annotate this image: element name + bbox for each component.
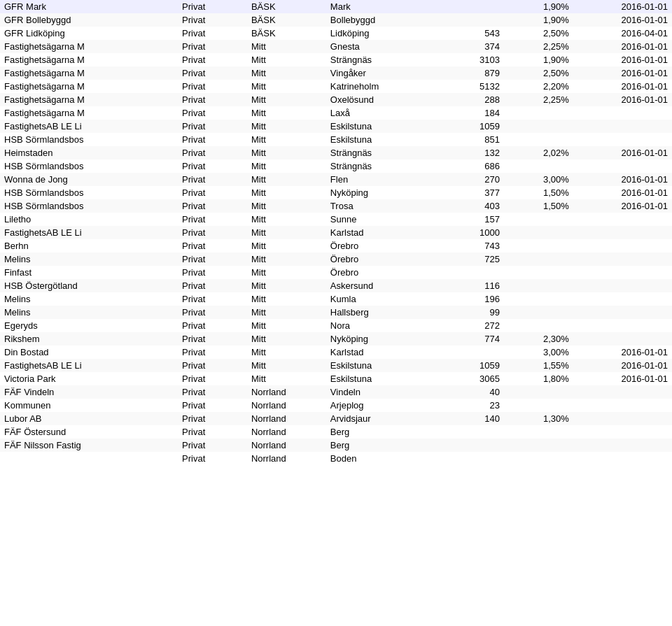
data-table: GFR MarkPrivatBÄSKMark1,90%2016-01-01GFR… [0, 0, 672, 465]
table-row: Wonna de JongPrivatMittFlen2703,00%2016-… [0, 173, 672, 186]
table-row: MelinsPrivatMittKumla196 [0, 292, 672, 306]
main-table-container: GFR MarkPrivatBÄSKMark1,90%2016-01-01GFR… [0, 0, 672, 465]
table-row: PrivatNorrlandBoden [0, 452, 672, 465]
table-row: HeimstadenPrivatMittSträngnäs1322,02%201… [0, 146, 672, 159]
table-row: Fastighetsägarna MPrivatMittKatrineholm5… [0, 80, 672, 93]
table-row: HSB SörmlandsbosPrivatMittSträngnäs686 [0, 159, 672, 173]
table-row: KommunenPrivatNorrlandArjeplog23 [0, 399, 672, 412]
table-row: FÄF ÖstersundPrivatNorrlandBerg [0, 425, 672, 439]
table-row: GFR BollebyggdPrivatBÄSKBollebyggd1,90%2… [0, 13, 672, 27]
table-row: HSB SörmlandsbosPrivatMittNyköping3771,5… [0, 186, 672, 199]
table-row: Fastighetsägarna MPrivatMittGnesta3742,2… [0, 40, 672, 53]
table-row: Lubor ABPrivatNorrlandArvidsjaur1401,30% [0, 412, 672, 425]
table-row: HSB ÖstergötlandPrivatMittAskersund116 [0, 279, 672, 292]
table-row: Victoria ParkPrivatMittEskilstuna30651,8… [0, 372, 672, 385]
table-row: HSB SörmlandsbosPrivatMittTrosa4031,50%2… [0, 199, 672, 213]
table-row: RikshemPrivatMittNyköping7742,30% [0, 332, 672, 346]
table-row: Din BostadPrivatMittKarlstad3,00%2016-01… [0, 346, 672, 359]
table-row: GFR MarkPrivatBÄSKMark1,90%2016-01-01 [0, 0, 672, 13]
table-row: EgerydsPrivatMittNora272 [0, 319, 672, 332]
table-row: BerhnPrivatMittÖrebro743 [0, 239, 672, 252]
table-row: FinfastPrivatMittÖrebro [0, 266, 672, 279]
table-row: HSB SörmlandsbosPrivatMittEskilstuna851 [0, 133, 672, 146]
table-row: FastighetsAB LE LiPrivatMittEskilstuna10… [0, 120, 672, 133]
table-row: FÄF Nilsson FastigPrivatNorrlandBerg [0, 439, 672, 452]
table-row: Fastighetsägarna MPrivatMittOxelösund288… [0, 93, 672, 106]
table-row: Fastighetsägarna MPrivatMittVingåker8792… [0, 66, 672, 80]
table-row: MelinsPrivatMittHallsberg99 [0, 306, 672, 319]
table-row: GFR LidköpingPrivatBÄSKLidköping5432,50%… [0, 27, 672, 40]
table-row: MelinsPrivatMittÖrebro725 [0, 252, 672, 266]
table-row: FastighetsAB LE LiPrivatMittEskilstuna10… [0, 359, 672, 372]
table-row: FastighetsAB LE LiPrivatMittKarlstad1000 [0, 226, 672, 239]
table-row: Fastighetsägarna MPrivatMittLaxå184 [0, 106, 672, 120]
table-row: Fastighetsägarna MPrivatMittSträngnäs310… [0, 53, 672, 66]
table-row: FÄF VindelnPrivatNorrlandVindeln40 [0, 385, 672, 399]
table-row: LilethoPrivatMittSunne157 [0, 213, 672, 226]
